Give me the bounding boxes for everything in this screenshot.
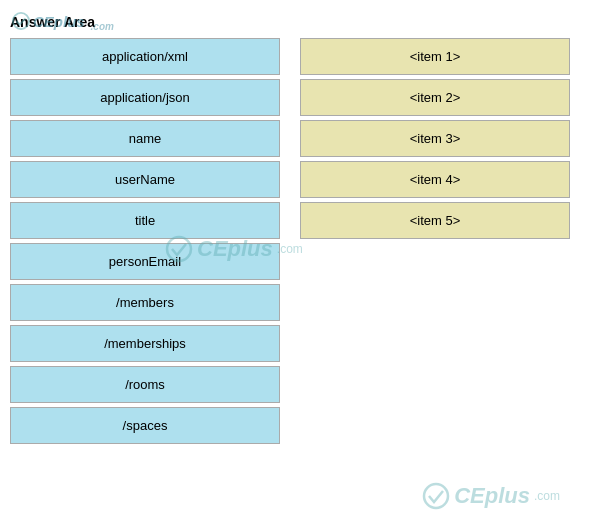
left-item-8[interactable]: /memberships <box>10 325 280 362</box>
left-item-1[interactable]: application/xml <box>10 38 280 75</box>
watermark-bottom-right: CEplus .com <box>422 482 560 510</box>
left-item-7[interactable]: /members <box>10 284 280 321</box>
answer-area-label: Answer Area <box>10 14 605 30</box>
right-item-1[interactable]: <item 1> <box>300 38 570 75</box>
left-item-10[interactable]: /spaces <box>10 407 280 444</box>
right-column: <item 1> <item 2> <item 3> <item 4> <ite… <box>300 38 570 239</box>
left-item-2[interactable]: application/json <box>10 79 280 116</box>
left-item-3[interactable]: name <box>10 120 280 157</box>
right-item-2[interactable]: <item 2> <box>300 79 570 116</box>
svg-point-2 <box>424 484 448 508</box>
left-item-6[interactable]: personEmail <box>10 243 280 280</box>
left-item-4[interactable]: userName <box>10 161 280 198</box>
left-item-5[interactable]: title <box>10 202 280 239</box>
left-column: application/xml application/json name us… <box>10 38 280 444</box>
page-container: CEplus .com Answer Area application/xml … <box>0 0 615 528</box>
left-item-9[interactable]: /rooms <box>10 366 280 403</box>
right-item-4[interactable]: <item 4> <box>300 161 570 198</box>
right-item-5[interactable]: <item 5> <box>300 202 570 239</box>
answer-area-section: Answer Area <box>10 14 605 30</box>
right-item-3[interactable]: <item 3> <box>300 120 570 157</box>
answer-area-content: application/xml application/json name us… <box>10 38 605 444</box>
